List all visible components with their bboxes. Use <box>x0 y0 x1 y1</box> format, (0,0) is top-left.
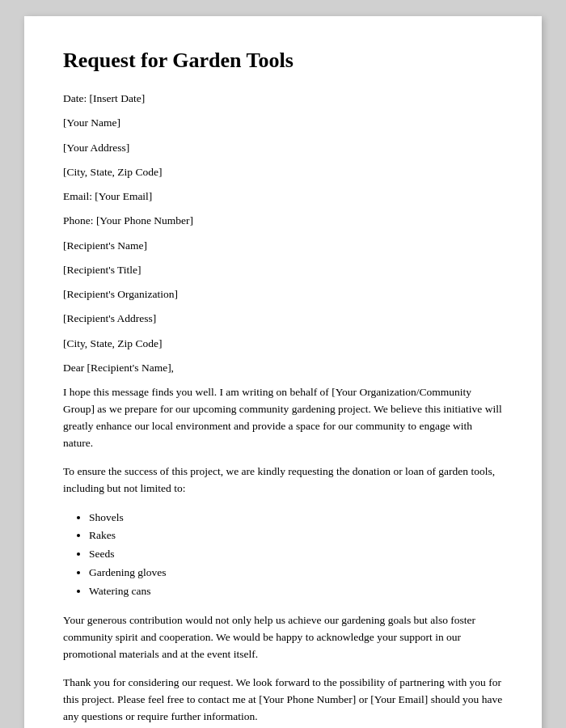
field-line-2: [Your Address] <box>63 140 503 156</box>
paragraph-3: Your generous contribution would not onl… <box>63 612 503 663</box>
field-line-4: Email: [Your Email] <box>63 188 503 205</box>
field-line-3: [City, State, Zip Code] <box>63 164 503 180</box>
tool-item-3: Gardening gloves <box>89 564 503 582</box>
header-fields: Date: [Insert Date][Your Name][Your Addr… <box>63 91 503 352</box>
paragraph-2: To ensure the success of this project, w… <box>63 463 503 497</box>
tool-item-1: Rakes <box>89 527 503 545</box>
paragraph-4: Thank you for considering our request. W… <box>63 675 503 726</box>
document-title: Request for Garden Tools <box>63 49 503 73</box>
paragraph-1: I hope this message finds you well. I am… <box>63 384 503 452</box>
salutation: Dear [Recipient's Name], <box>63 360 503 376</box>
field-line-9: [Recipient's Address] <box>63 311 503 327</box>
tool-item-4: Watering cans <box>89 582 503 601</box>
field-line-0: Date: [Insert Date] <box>63 91 503 107</box>
field-line-5: Phone: [Your Phone Number] <box>63 213 503 229</box>
field-line-7: [Recipient's Title] <box>63 262 503 278</box>
field-line-6: [Recipient's Name] <box>63 238 503 254</box>
tool-item-2: Seeds <box>89 545 503 564</box>
document-page: Request for Garden Tools Date: [Insert D… <box>24 16 542 728</box>
tool-item-0: Shovels <box>89 509 503 527</box>
tool-list: ShovelsRakesSeedsGardening glovesWaterin… <box>89 509 503 602</box>
field-line-10: [City, State, Zip Code] <box>63 336 503 352</box>
field-line-1: [Your Name] <box>63 115 503 131</box>
field-line-8: [Recipient's Organization] <box>63 286 503 303</box>
